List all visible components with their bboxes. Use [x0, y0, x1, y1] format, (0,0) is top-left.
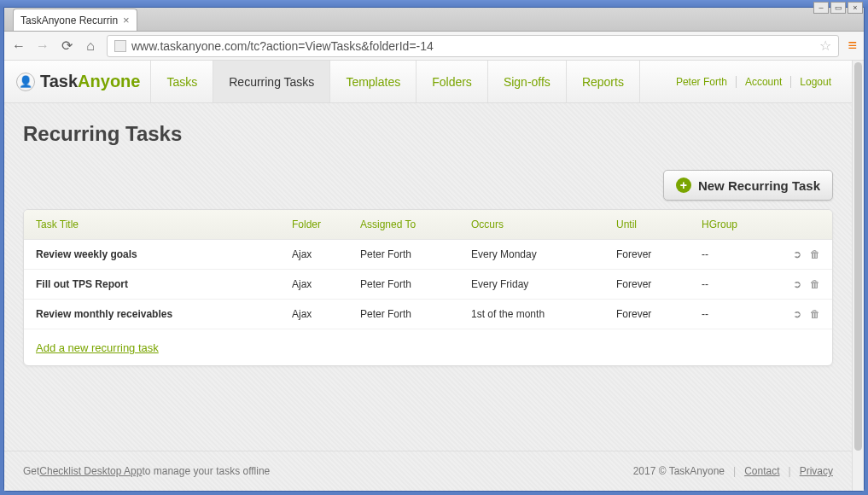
header-hgroup[interactable]: HGroup — [702, 218, 770, 230]
scrollbar-thumb[interactable] — [854, 62, 862, 451]
header-until[interactable]: Until — [616, 218, 702, 230]
new-button-label: New Recurring Task — [698, 178, 820, 193]
nav-home-icon[interactable]: ⌂ — [83, 38, 98, 54]
nav-back-icon[interactable]: ← — [11, 38, 26, 54]
nav-item-folders[interactable]: Folders — [416, 61, 487, 102]
browser-tab-strip: TaskAnyone Recurrin × — [4, 8, 864, 32]
footer-contact-link[interactable]: Contact — [744, 465, 779, 477]
table-header-row: Task Title Folder Assigned To Occurs Unt… — [24, 210, 832, 240]
row-open-icon[interactable]: ➲ — [793, 278, 801, 290]
nav-item-reports[interactable]: Reports — [566, 61, 640, 102]
cell-hgroup: -- — [702, 278, 770, 290]
cell-occurs: 1st of the month — [471, 308, 616, 320]
header-title[interactable]: Task Title — [36, 218, 292, 230]
header-occurs[interactable]: Occurs — [471, 218, 616, 230]
page-footer: Get Checklist Desktop App to manage your… — [4, 451, 852, 491]
cell-assigned: Peter Forth — [360, 278, 471, 290]
page-favicon-icon — [114, 40, 126, 52]
table-row: Review weekly goalsAjaxPeter ForthEvery … — [24, 240, 832, 270]
browser-toolbar: ← → ⟳ ⌂ www.taskanyone.com/tc?action=Vie… — [4, 32, 864, 61]
row-open-icon[interactable]: ➲ — [793, 248, 801, 260]
bookmark-star-icon[interactable]: ☆ — [819, 38, 831, 54]
browser-menu-icon[interactable]: ≡ — [848, 37, 857, 55]
logo-text: TaskAnyone — [40, 72, 140, 91]
cell-folder: Ajax — [292, 278, 360, 290]
cell-assigned: Peter Forth — [360, 248, 471, 260]
nav-item-templates[interactable]: Templates — [329, 61, 416, 102]
table-row: Fill out TPS ReportAjaxPeter ForthEvery … — [24, 270, 832, 300]
cell-folder: Ajax — [292, 308, 360, 320]
tab-close-icon[interactable]: × — [123, 14, 130, 26]
window-minimize[interactable]: – — [813, 2, 829, 14]
plus-icon: + — [676, 178, 691, 193]
cell-until: Forever — [616, 248, 702, 260]
window-maximize[interactable]: ▭ — [830, 2, 846, 14]
footer-privacy-link[interactable]: Privacy — [800, 465, 833, 477]
main-nav: TasksRecurring TasksTemplatesFoldersSign… — [150, 61, 639, 102]
cell-title[interactable]: Review weekly goals — [36, 248, 292, 260]
row-delete-icon[interactable]: 🗑 — [810, 248, 820, 260]
url-text: www.taskanyone.com/tc?action=ViewTasks&f… — [131, 39, 434, 53]
nav-item-recurring-tasks[interactable]: Recurring Tasks — [213, 61, 329, 102]
cell-hgroup: -- — [702, 308, 770, 320]
user-icon: 👤 — [16, 73, 35, 91]
account-link[interactable]: Account — [737, 76, 791, 88]
cell-occurs: Every Monday — [471, 248, 616, 260]
user-nav: Peter Forth Account Logout — [667, 76, 840, 88]
user-link[interactable]: Peter Forth — [667, 76, 737, 88]
nav-item-sign-offs[interactable]: Sign-offs — [487, 61, 566, 102]
table-row: Review monthly receivablesAjaxPeter Fort… — [24, 300, 832, 329]
new-recurring-task-button[interactable]: + New Recurring Task — [663, 170, 833, 201]
tab-title: TaskAnyone Recurrin — [20, 15, 118, 26]
logout-link[interactable]: Logout — [791, 76, 840, 88]
browser-tab[interactable]: TaskAnyone Recurrin × — [13, 9, 137, 31]
app-logo[interactable]: 👤 TaskAnyone — [16, 72, 140, 91]
cell-assigned: Peter Forth — [360, 308, 471, 320]
row-delete-icon[interactable]: 🗑 — [810, 308, 820, 320]
cell-until: Forever — [616, 308, 702, 320]
cell-until: Forever — [616, 278, 702, 290]
header-folder[interactable]: Folder — [292, 218, 360, 230]
footer-text-post: to manage your tasks offline — [142, 465, 270, 477]
footer-text-pre: Get — [23, 465, 39, 477]
footer-copyright: 2017 © TaskAnyone — [633, 465, 725, 477]
row-delete-icon[interactable]: 🗑 — [810, 278, 820, 290]
url-bar[interactable]: www.taskanyone.com/tc?action=ViewTasks&f… — [107, 35, 839, 57]
cell-hgroup: -- — [702, 248, 770, 260]
recurring-tasks-table: Task Title Folder Assigned To Occurs Unt… — [23, 209, 833, 366]
cell-folder: Ajax — [292, 248, 360, 260]
nav-reload-icon[interactable]: ⟳ — [59, 38, 74, 54]
cell-title[interactable]: Review monthly receivables — [36, 308, 292, 320]
footer-desktop-app-link[interactable]: Checklist Desktop App — [39, 465, 142, 477]
page-title: Recurring Tasks — [23, 122, 833, 146]
row-open-icon[interactable]: ➲ — [793, 308, 801, 320]
app-header: 👤 TaskAnyone TasksRecurring TasksTemplat… — [4, 61, 852, 103]
header-assigned[interactable]: Assigned To — [360, 218, 471, 230]
cell-occurs: Every Friday — [471, 278, 616, 290]
cell-title[interactable]: Fill out TPS Report — [36, 278, 292, 290]
vertical-scrollbar[interactable] — [852, 61, 864, 491]
add-recurring-task-link[interactable]: Add a new recurring task — [36, 341, 159, 354]
nav-forward-icon: → — [35, 38, 50, 54]
nav-item-tasks[interactable]: Tasks — [150, 61, 213, 102]
window-close[interactable]: × — [848, 2, 863, 14]
